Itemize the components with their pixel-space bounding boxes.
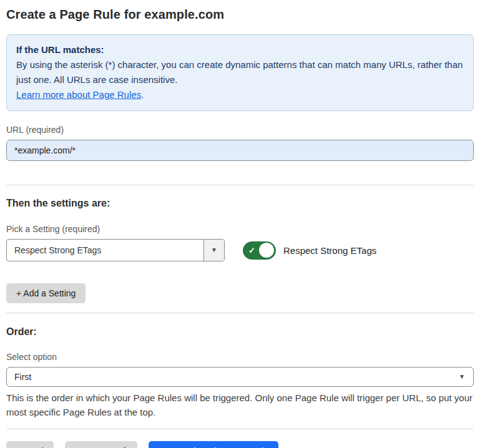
- order-help-text: This is the order in which your Page Rul…: [6, 391, 474, 420]
- settings-section-heading: Then the settings are:: [6, 198, 474, 209]
- info-box-heading: If the URL matches:: [16, 42, 464, 57]
- save-draft-button[interactable]: Save as Draft: [65, 441, 138, 448]
- url-field-label: URL (required): [6, 125, 474, 135]
- cancel-button[interactable]: Cancel: [6, 441, 54, 448]
- setting-select-caret-button[interactable]: ▼: [203, 240, 224, 261]
- setting-toggle-label: Respect Strong ETags: [283, 245, 376, 256]
- link-suffix: .: [141, 89, 144, 100]
- info-box-link-line: Learn more about Page Rules.: [16, 87, 464, 102]
- order-select-label: Select option: [6, 352, 474, 362]
- info-box-body: By using the asterisk (*) character, you…: [16, 57, 464, 87]
- divider: [6, 429, 474, 429]
- form-actions: Cancel Save as Draft Save and Deploy Pag…: [6, 441, 474, 448]
- learn-more-link[interactable]: Learn more about Page Rules: [16, 89, 141, 100]
- setting-select[interactable]: Respect Strong ETags ▼: [6, 239, 225, 261]
- divider: [6, 313, 474, 313]
- url-match-info-box: If the URL matches: By using the asteris…: [6, 34, 474, 111]
- setting-picker-label: Pick a Setting (required): [6, 224, 474, 234]
- setting-select-value: Respect Strong ETags: [7, 240, 203, 261]
- order-section-heading: Order:: [6, 326, 474, 338]
- toggle-knob: [259, 243, 274, 258]
- order-select[interactable]: First ▼: [6, 367, 474, 387]
- order-select-value: First: [14, 372, 31, 382]
- setting-row: Respect Strong ETags ▼ ✓ Respect Strong …: [6, 239, 474, 261]
- chevron-down-icon: ▼: [211, 247, 217, 253]
- setting-toggle[interactable]: ✓: [243, 241, 276, 260]
- url-input[interactable]: [6, 140, 474, 161]
- add-setting-button[interactable]: + Add a Setting: [6, 283, 86, 303]
- check-icon: ✓: [248, 246, 255, 255]
- page-title: Create a Page Rule for example.com: [6, 7, 474, 22]
- divider: [6, 185, 474, 185]
- chevron-down-icon: ▼: [459, 374, 465, 380]
- save-deploy-button[interactable]: Save and Deploy Page Rule: [149, 441, 278, 448]
